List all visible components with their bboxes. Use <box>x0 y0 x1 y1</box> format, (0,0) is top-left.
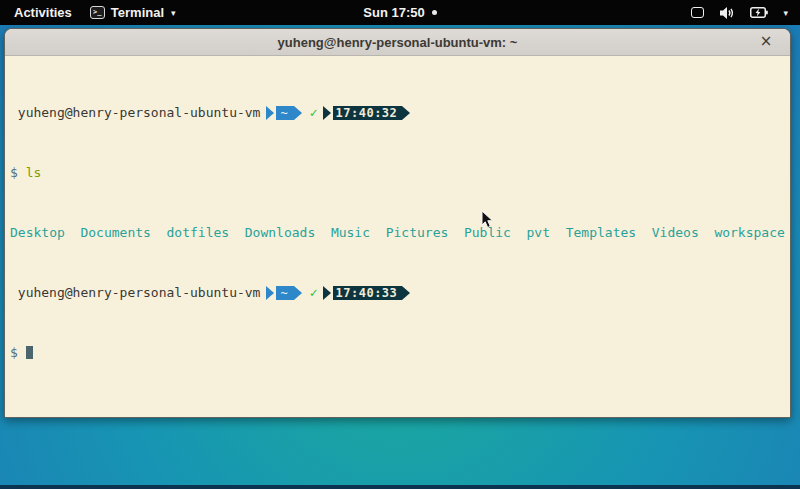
system-status-area[interactable]: ▾ <box>691 6 800 20</box>
current-input-line[interactable]: $ <box>10 345 790 360</box>
mouse-pointer-icon <box>481 210 494 229</box>
app-menu-terminal[interactable]: >_ Terminal ▾ <box>90 5 176 20</box>
powerline-arrow-icon <box>266 286 274 300</box>
window-titlebar[interactable]: yuheng@henry-personal-ubuntu-vm: ~ × <box>5 29 790 56</box>
prompt-line-2: yuheng@henry-personal-ubuntu-vm ~ ✓ 17:4… <box>10 285 790 300</box>
prompt-line-1: yuheng@henry-personal-ubuntu-vm ~ ✓ 17:4… <box>10 105 790 120</box>
status-check-icon: ✓ <box>310 105 318 120</box>
close-icon[interactable]: × <box>756 32 776 52</box>
prompt-symbol: $ <box>10 165 18 180</box>
command-text: ls <box>26 165 42 180</box>
wallpaper-bottom-edge <box>0 485 800 489</box>
powerline-arrow-icon <box>266 106 274 120</box>
prompt-time: 17:40:32 <box>333 106 403 120</box>
powerline-arrow-icon <box>294 106 302 120</box>
directory-name: Templates <box>566 225 636 240</box>
text-cursor <box>26 346 33 359</box>
directory-name: Music <box>331 225 370 240</box>
directory-name: Videos <box>652 225 699 240</box>
directory-name: Downloads <box>245 225 315 240</box>
clock[interactable]: Sun 17:50 <box>363 5 424 20</box>
prompt-symbol: $ <box>10 345 18 360</box>
powerline-arrow-icon <box>323 286 331 300</box>
ls-output-line: Desktop Documents dotfiles Downloads Mus… <box>10 225 790 240</box>
app-menu-label: Terminal <box>111 5 164 20</box>
top-bar: Activities >_ Terminal ▾ Sun 17:50 ▾ <box>0 0 800 25</box>
powerline-arrow-icon <box>294 286 302 300</box>
chevron-down-icon: ▾ <box>171 8 176 18</box>
prompt-path: ~ <box>276 106 293 120</box>
directory-name: Desktop <box>10 225 65 240</box>
powerline-arrow-icon <box>323 106 331 120</box>
volume-icon <box>719 6 735 20</box>
terminal-window: yuheng@henry-personal-ubuntu-vm: ~ × yuh… <box>4 28 791 418</box>
prompt-time: 17:40:33 <box>333 286 403 300</box>
powerline-arrow-icon <box>402 106 410 120</box>
directory-name: workspace <box>714 225 784 240</box>
directory-name: pvt <box>527 225 550 240</box>
notification-dot-icon <box>432 10 437 15</box>
activities-button[interactable]: Activities <box>10 5 76 20</box>
terminal-icon: >_ <box>90 6 105 19</box>
prompt-user-host: yuheng@henry-personal-ubuntu-vm <box>10 285 260 300</box>
directory-name: Documents <box>80 225 150 240</box>
status-check-icon: ✓ <box>310 285 318 300</box>
terminal-content[interactable]: yuheng@henry-personal-ubuntu-vm ~ ✓ 17:4… <box>5 56 790 417</box>
system-menu-chevron-icon: ▾ <box>783 8 788 18</box>
directory-name: dotfiles <box>167 225 230 240</box>
window-title: yuheng@henry-personal-ubuntu-vm: ~ <box>278 35 518 50</box>
powerline-arrow-icon <box>402 286 410 300</box>
battery-charging-icon <box>750 6 768 19</box>
prompt-path: ~ <box>276 286 293 300</box>
screen-icon <box>691 7 704 18</box>
command-line: $ ls <box>10 165 790 180</box>
prompt-user-host: yuheng@henry-personal-ubuntu-vm <box>10 105 260 120</box>
directory-name: Pictures <box>386 225 449 240</box>
